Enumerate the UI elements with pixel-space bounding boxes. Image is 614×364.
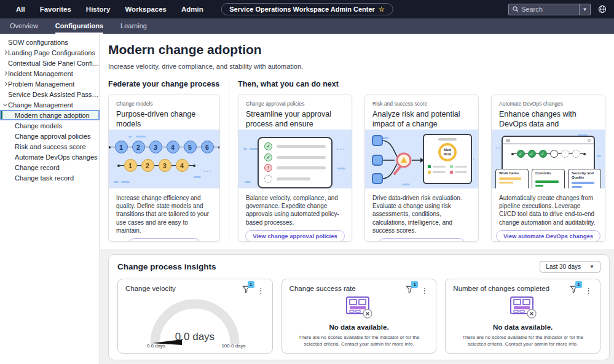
devops-illustration: ... ✓ ✓ ✓ xyxy=(492,130,605,188)
tab-learning[interactable]: Learning xyxy=(120,18,147,34)
section-federate-change-process: Federate your change process Change mode… xyxy=(108,80,220,242)
risk-ring: Med Risk xyxy=(438,143,457,161)
insights-section: Change process insights Last 30 days ▼ C… xyxy=(100,249,614,364)
no-data-icon xyxy=(345,296,373,319)
card-eyebrow: Change approval policies xyxy=(246,101,344,107)
devops-box-work-items: Work Items xyxy=(495,169,529,188)
sidebar-item-change-management[interactable]: Change Management xyxy=(0,99,100,110)
sidebar-item-change-task-record[interactable]: Change task record xyxy=(0,172,100,183)
no-data-heading: No data available. xyxy=(329,323,388,331)
sidebar-item-modern-change-adoption[interactable]: Modern change adoption xyxy=(0,110,100,120)
no-data-message: There are no scores available for the in… xyxy=(453,334,592,347)
approval-illustration: ... ✓ ✓ ! xyxy=(238,130,352,188)
risk-score-mini-card: Med Risk xyxy=(423,134,472,184)
view-risk-success-score-button[interactable]: View risk & success score xyxy=(378,238,466,242)
sidebar-item-service-desk-password[interactable]: Service Desk Assisted Password R... xyxy=(0,89,100,99)
sidebar-item-change-models[interactable]: Change models xyxy=(0,120,100,131)
change-velocity-card: Change velocity 1 ⋮ xyxy=(117,279,273,354)
no-data-message: There are no scores available for the in… xyxy=(289,334,429,347)
nav-workspaces[interactable]: Workspaces xyxy=(125,6,167,13)
sidebar-item-change-approval-policies[interactable]: Change approval policies xyxy=(0,131,100,141)
risk-illustration: ... xyxy=(365,130,478,188)
card-description: Automatically create changes from pipeli… xyxy=(492,188,605,227)
card-description: Drive data-driven risk evaluation. Evalu… xyxy=(365,188,478,234)
section-what-you-can-do-next: Then, what you can do next Change approv… xyxy=(238,80,610,242)
chevron-right-icon xyxy=(2,51,8,54)
pipeline-step-done-icon: ✓ xyxy=(539,150,547,158)
workspace-title: Service Operations Workspace Admin Cente… xyxy=(229,6,375,13)
devops-box-commits: Commits xyxy=(532,169,565,188)
state-node: 1 xyxy=(124,159,137,172)
tab-overview[interactable]: Overview xyxy=(10,18,38,34)
filter-icon[interactable]: 1 xyxy=(570,285,578,296)
state-node: 1 xyxy=(115,141,128,153)
insights-title: Change process insights xyxy=(117,262,216,271)
nav-history[interactable]: History xyxy=(86,6,111,13)
filter-count-badge: 1 xyxy=(248,281,254,288)
topbar-right: ▼ xyxy=(508,4,607,15)
no-data-icon xyxy=(509,296,537,319)
sidebar-item-landing-page-configurations[interactable]: Landing Page Configurations xyxy=(0,47,100,58)
sidebar-item-incident-management[interactable]: Incident Management xyxy=(0,68,100,79)
pipeline-step-pending-icon xyxy=(572,150,580,158)
favorite-star-icon[interactable]: ☆ xyxy=(379,6,385,14)
state-node: 6 xyxy=(201,141,214,153)
changes-completed-card: Number of changes completed 1 ⋮ xyxy=(445,279,600,354)
state-node: 4 xyxy=(176,159,189,172)
error-circle-icon: ! xyxy=(264,164,272,172)
filter-count-badge: 1 xyxy=(411,281,418,288)
workspace-title-pill[interactable]: Service Operations Workspace Admin Cente… xyxy=(221,3,393,15)
sidebar-item-risk-and-success-score[interactable]: Risk and success score xyxy=(0,141,100,152)
view-automate-devops-changes-button[interactable]: View automate DevOps changes xyxy=(496,230,600,242)
pipeline-step-pending-icon xyxy=(561,150,569,158)
kebab-menu-icon[interactable]: ⋮ xyxy=(420,287,428,295)
sidebar-item-contextual-side-panel[interactable]: Contextual Side Panel Configurati... xyxy=(0,58,100,68)
card-title: Purpose-driven change models xyxy=(116,110,212,129)
no-data-heading: No data available. xyxy=(493,323,553,331)
state-node: 4 xyxy=(167,141,179,153)
card-eyebrow: Risk and success score xyxy=(372,101,471,107)
card-risk-and-success-score: Risk and success score Analyze risk and … xyxy=(364,95,479,242)
check-circle-icon: ✓ xyxy=(264,142,272,150)
page-title: Modern change adoption xyxy=(108,42,610,57)
page-subtitle: Increase velocity, drive compliance, and… xyxy=(108,63,610,70)
filter-icon[interactable]: 1 xyxy=(406,285,414,296)
search-scope-dropdown[interactable]: ▼ xyxy=(579,4,590,15)
pipeline-step-done-icon: ✓ xyxy=(528,150,536,158)
svg-text:0.0 days: 0.0 days xyxy=(147,343,165,349)
state-node: 2 xyxy=(141,159,154,172)
tab-configurations[interactable]: Configurations xyxy=(55,18,103,34)
filter-count-badge: 1 xyxy=(575,281,582,288)
sidebar-item-automate-devops-changes[interactable]: Automate DevOps changes xyxy=(0,152,100,162)
chevron-right-icon xyxy=(2,82,8,85)
card-automate-devops-changes: Automate DevOps changes Enhance changes … xyxy=(491,95,605,242)
kebab-menu-icon[interactable]: ⋮ xyxy=(584,287,592,295)
pipeline-step-done-icon: ✓ xyxy=(517,150,525,158)
caret-down-icon: ▼ xyxy=(589,264,594,269)
nav-all[interactable]: All xyxy=(16,6,25,13)
section-title: Then, what you can do next xyxy=(238,80,610,88)
sidebar-item-problem-management[interactable]: Problem Management xyxy=(0,79,100,89)
kebab-menu-icon[interactable]: ⋮ xyxy=(257,287,265,295)
change-success-rate-card: Change success rate 1 ⋮ xyxy=(281,279,437,354)
state-node: 3 xyxy=(149,141,162,153)
search-input[interactable] xyxy=(521,6,579,13)
card-change-models: Change models Purpose-driven change mode… xyxy=(108,95,220,242)
top-nav-menu: All Favorites History Workspaces Admin xyxy=(16,6,203,13)
sidebar-item-sow-configurations[interactable]: SOW configurations xyxy=(0,37,100,47)
filter-icon[interactable]: 1 xyxy=(242,285,250,296)
nav-admin[interactable]: Admin xyxy=(181,6,203,13)
globe-icon[interactable] xyxy=(598,5,607,14)
state-node: 2 xyxy=(132,141,145,153)
sidebar-item-change-record[interactable]: Change record xyxy=(0,162,100,172)
search-icon xyxy=(513,6,519,12)
top-navigation-bar: All Favorites History Workspaces Admin S… xyxy=(0,0,614,18)
svg-text:0.0 days: 0.0 days xyxy=(175,331,215,343)
risk-level-label: Med Risk xyxy=(441,148,454,157)
view-change-models-button[interactable]: View change models xyxy=(128,238,200,242)
view-change-approval-policies-button[interactable]: View change approval policies xyxy=(245,230,345,242)
date-range-dropdown[interactable]: Last 30 days ▼ xyxy=(540,261,600,273)
nav-favorites[interactable]: Favorites xyxy=(40,6,71,13)
card-description: Balance velocity, compliance, and govern… xyxy=(238,188,352,227)
change-process-insights-panel: Change process insights Last 30 days ▼ C… xyxy=(108,254,610,360)
